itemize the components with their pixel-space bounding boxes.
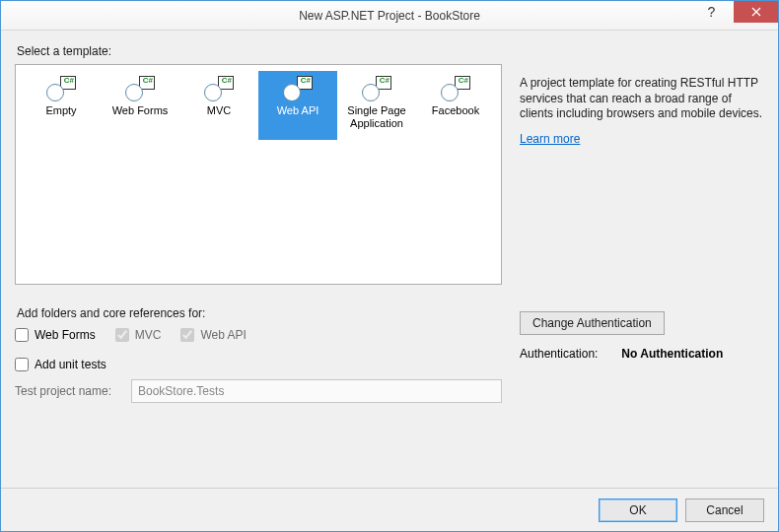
ref-web-forms-checkbox[interactable]: [15, 328, 29, 342]
test-project-name-label: Test project name:: [15, 384, 121, 398]
template-label: Facebook: [432, 104, 479, 117]
cancel-button[interactable]: Cancel: [685, 499, 764, 522]
ref-web-api: Web API: [180, 328, 246, 342]
project-icon: C#: [362, 76, 391, 101]
template-item-facebook[interactable]: C#Facebook: [416, 71, 495, 140]
template-item-single-page-application[interactable]: C#Single Page Application: [337, 71, 416, 140]
template-item-empty[interactable]: C#Empty: [22, 71, 101, 140]
dialog-window: New ASP.NET Project - BookStore ? Select…: [0, 0, 779, 532]
template-label: MVC: [207, 104, 231, 117]
ref-web-api-label: Web API: [200, 328, 246, 342]
ref-web-api-checkbox: [180, 328, 194, 342]
authentication-label: Authentication:: [520, 347, 618, 361]
window-title: New ASP.NET Project - BookStore: [90, 9, 689, 23]
dialog-content: Select a template: C#EmptyC#Web FormsC#M…: [1, 31, 778, 488]
close-icon: [751, 7, 761, 17]
titlebar: New ASP.NET Project - BookStore ?: [1, 1, 778, 31]
project-icon: C#: [46, 76, 76, 101]
template-item-mvc[interactable]: C#MVC: [179, 71, 258, 140]
template-label: Empty: [45, 104, 76, 117]
template-item-web-forms[interactable]: C#Web Forms: [101, 71, 179, 140]
template-label: Web Forms: [112, 104, 169, 117]
dialog-footer: OK Cancel: [1, 488, 778, 531]
change-authentication-button[interactable]: Change Authentication: [520, 311, 665, 335]
add-unit-tests[interactable]: Add unit tests: [15, 358, 106, 371]
template-description: A project template for creating RESTful …: [520, 76, 764, 122]
test-project-name-input[interactable]: [131, 379, 502, 403]
ok-button[interactable]: OK: [599, 499, 677, 522]
template-label: Single Page Application: [340, 104, 413, 129]
project-icon: C#: [125, 76, 155, 101]
project-icon: C#: [204, 76, 234, 101]
ref-mvc: MVC: [115, 328, 162, 342]
authentication-value: No Authentication: [621, 347, 723, 361]
add-unit-tests-checkbox[interactable]: [15, 358, 29, 371]
add-unit-tests-label: Add unit tests: [35, 358, 106, 371]
template-label: Web API: [277, 104, 319, 117]
ref-web-forms-label: Web Forms: [35, 328, 96, 342]
refs-label: Add folders and core references for:: [17, 306, 502, 320]
ref-web-forms[interactable]: Web Forms: [15, 328, 96, 342]
ref-mvc-checkbox: [115, 328, 129, 342]
template-item-web-api[interactable]: C#Web API: [258, 71, 337, 140]
project-icon: C#: [441, 76, 470, 101]
learn-more-link[interactable]: Learn more: [520, 132, 580, 146]
project-icon: C#: [283, 76, 313, 101]
ref-mvc-label: MVC: [135, 328, 162, 342]
select-template-label: Select a template:: [17, 44, 502, 58]
templates-list: C#EmptyC#Web FormsC#MVCC#Web APIC#Single…: [15, 64, 502, 285]
close-button[interactable]: [734, 1, 778, 23]
help-button[interactable]: ?: [689, 1, 734, 23]
